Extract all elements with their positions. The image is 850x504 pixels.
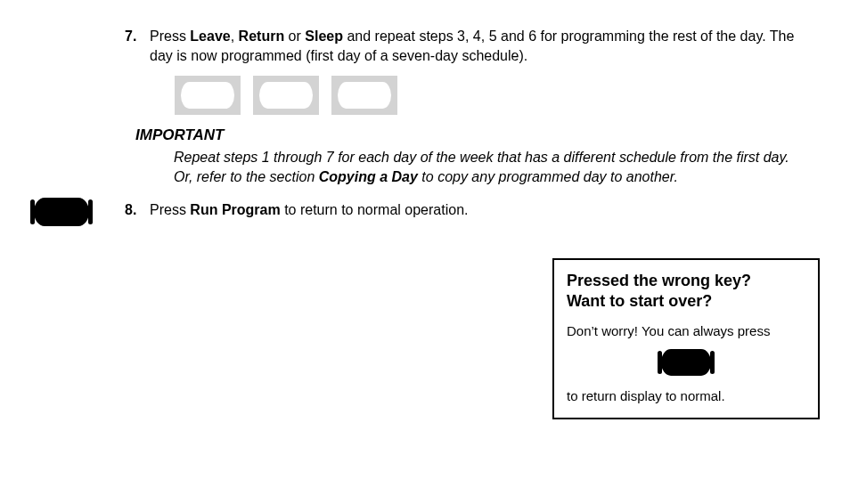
text: Want to start over? [567, 292, 712, 310]
bold-leave: Leave [190, 28, 230, 44]
sleep-button-icon [331, 76, 397, 115]
step-7: 7. Press Leave, Return or Sleep and repe… [125, 27, 811, 65]
step-7-number: 7. [125, 27, 144, 46]
black-key-icon [661, 349, 711, 376]
run-program-key-icon [34, 198, 89, 226]
text: to return display to normal. [567, 386, 805, 405]
mode-button-row [175, 76, 397, 115]
bold-run-program: Run Program [190, 202, 280, 217]
return-button-icon [253, 76, 319, 115]
step-8-text: Press Run Program to return to normal op… [150, 200, 802, 220]
step-8: 8. Press Run Program to return to normal… [125, 200, 802, 220]
text: to return to normal operation. [281, 202, 469, 217]
text: Press [150, 202, 190, 217]
important-heading: IMPORTANT [135, 126, 224, 144]
callout-heading: Pressed the wrong key? Want to start ove… [567, 271, 805, 311]
text: Don’t worry! You can always press [567, 321, 805, 340]
step-8-number: 8. [125, 200, 144, 220]
important-body: Repeat steps 1 through 7 for each day of… [174, 148, 802, 186]
text: to copy any programmed day to another. [418, 169, 678, 184]
callout-key-wrap [567, 349, 805, 376]
text: , [231, 28, 239, 44]
bold-sleep: Sleep [305, 28, 343, 44]
callout-body: Don’t worry! You can always press to ret… [567, 321, 805, 405]
wrong-key-callout: Pressed the wrong key? Want to start ove… [552, 258, 820, 419]
text: Pressed the wrong key? [567, 272, 751, 289]
bold-copying-a-day: Copying a Day [319, 169, 418, 184]
text: Press [150, 28, 190, 44]
manual-page: 7. Press Leave, Return or Sleep and repe… [0, 0, 850, 504]
black-key-icon [34, 198, 89, 226]
text: or [284, 28, 305, 44]
step-7-text: Press Leave, Return or Sleep and repeat … [150, 27, 811, 65]
bold-return: Return [239, 28, 285, 44]
leave-button-icon [175, 76, 241, 115]
